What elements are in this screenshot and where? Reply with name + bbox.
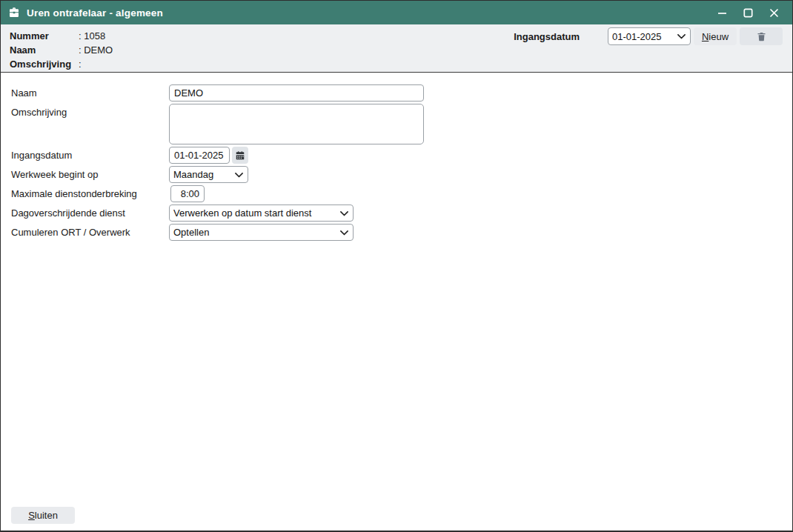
- minimize-button[interactable]: [717, 7, 727, 18]
- omschrijving-textarea[interactable]: [169, 104, 424, 144]
- werkweek-select[interactable]: Maandag: [169, 166, 248, 183]
- briefcase-icon: [8, 7, 20, 19]
- form-row-naam: Naam: [11, 84, 792, 102]
- form-row-omschrijving: Omschrijving: [11, 104, 792, 144]
- ingangsdatum-header-label: Ingangsdatum: [514, 31, 580, 42]
- app-window: Uren ontrafelaar - algemeen Nummer : 105…: [0, 0, 793, 532]
- content-spacer: [11, 243, 792, 507]
- dagoverschrijdende-select-wrap: Verwerken op datum start dienst: [169, 205, 354, 222]
- omschrijving-value: :: [79, 57, 82, 71]
- ingangsdatum-field-label: Ingangsdatum: [11, 147, 169, 164]
- cumuleren-select-wrap: Optellen: [169, 224, 354, 241]
- naam-field-label: Naam: [11, 84, 169, 102]
- werkweek-field-label: Werkweek begint op: [11, 166, 169, 183]
- trash-icon: [756, 31, 767, 42]
- ingangsdatum-input[interactable]: [169, 147, 230, 164]
- naam-value: : DEMO: [79, 43, 113, 57]
- nieuw-button[interactable]: Nieuw: [694, 27, 737, 45]
- werkweek-select-wrap: Maandag: [169, 166, 248, 183]
- header-actions: Ingangsdatum 01-01-2025 Nieuw: [514, 27, 783, 45]
- form-row-max-dienstonderbreking: Maximale dienstonderbreking: [11, 185, 792, 202]
- title-bar: Uren ontrafelaar - algemeen: [1, 1, 792, 24]
- delete-button[interactable]: [740, 27, 783, 45]
- calendar-button[interactable]: [232, 147, 248, 164]
- window-controls: [717, 7, 785, 18]
- ingangsdatum-version-select[interactable]: 01-01-2025: [608, 27, 691, 45]
- naam-input[interactable]: [169, 84, 424, 102]
- record-header: Nummer : 1058 Naam : DEMO Omschrijving :…: [1, 24, 792, 73]
- max-dienstonderbreking-label: Maximale dienstonderbreking: [11, 185, 169, 202]
- form-row-werkweek: Werkweek begint op Maandag: [11, 166, 792, 183]
- form-row-ingangsdatum: Ingangsdatum: [11, 147, 792, 164]
- maximize-button[interactable]: [743, 7, 753, 18]
- window-title: Uren ontrafelaar - algemeen: [27, 7, 163, 19]
- calendar-icon: [235, 150, 245, 161]
- ingangsdatum-version-select-wrap: 01-01-2025: [608, 27, 691, 45]
- dagoverschrijdende-label: Dagoverschrijdende dienst: [11, 205, 169, 222]
- naam-label: Naam: [10, 43, 79, 57]
- close-button[interactable]: [769, 7, 779, 18]
- max-dienstonderbreking-input[interactable]: [170, 185, 205, 202]
- dagoverschrijdende-select[interactable]: Verwerken op datum start dienst: [169, 205, 354, 222]
- omschrijving-field-label: Omschrijving: [11, 104, 169, 121]
- sluiten-button[interactable]: Sluiten: [11, 507, 75, 524]
- nummer-label: Nummer: [10, 29, 79, 43]
- omschrijving-label: Omschrijving: [10, 57, 79, 71]
- form-content: Naam Omschrijving Ingangsdatum Werkweek …: [1, 73, 792, 531]
- header-row-omschrijving: Omschrijving :: [10, 57, 792, 71]
- nummer-value: : 1058: [79, 29, 105, 43]
- form-row-dagoverschrijdende: Dagoverschrijdende dienst Verwerken op d…: [11, 205, 792, 222]
- cumuleren-select[interactable]: Optellen: [169, 224, 354, 241]
- form-row-cumuleren: Cumuleren ORT / Overwerk Optellen: [11, 224, 792, 241]
- cumuleren-label: Cumuleren ORT / Overwerk: [11, 224, 169, 241]
